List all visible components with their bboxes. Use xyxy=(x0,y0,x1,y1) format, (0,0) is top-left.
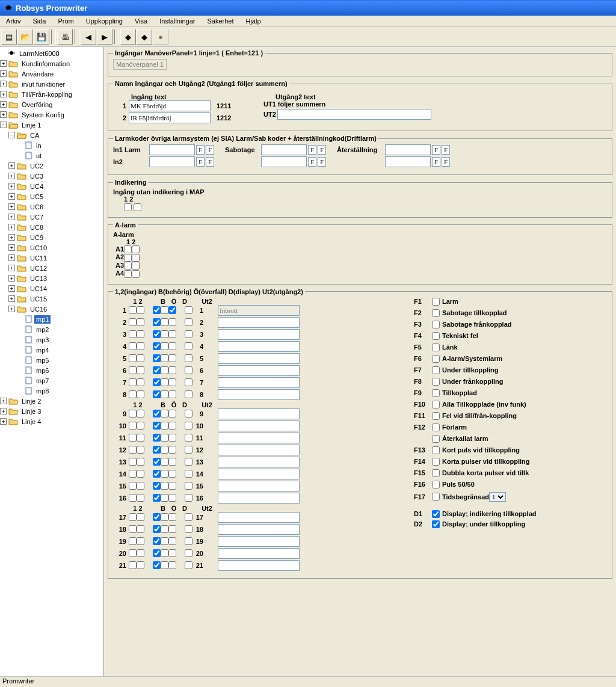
r8-2-checkbox[interactable] xyxy=(137,390,144,398)
r14-d-checkbox[interactable] xyxy=(168,470,176,478)
flag-cell[interactable]: F xyxy=(442,157,450,167)
r11-2-checkbox[interactable] xyxy=(137,434,144,442)
r12-ut2-checkbox[interactable] xyxy=(185,446,192,454)
menu-säkerhet[interactable]: Säkerhet xyxy=(201,16,239,26)
menu-visa[interactable]: Visa xyxy=(129,16,153,26)
r12-b-checkbox[interactable] xyxy=(153,446,161,454)
tree-expander[interactable]: + xyxy=(8,265,15,271)
tree-expander[interactable]: + xyxy=(8,234,15,241)
F16-checkbox[interactable] xyxy=(432,481,440,488)
r9-text-input[interactable] xyxy=(218,408,300,419)
r4-d-checkbox[interactable] xyxy=(168,342,176,350)
time-select[interactable]: 1 xyxy=(489,492,506,502)
tree-item-uc11[interactable]: +UC11 xyxy=(0,253,103,263)
r5-ut2-checkbox[interactable] xyxy=(185,354,192,362)
r3-2-checkbox[interactable] xyxy=(137,330,144,338)
F13-checkbox[interactable] xyxy=(432,446,440,454)
r18-1-checkbox[interactable] xyxy=(129,525,137,533)
r6-2-checkbox[interactable] xyxy=(137,366,144,374)
tree-item-uc2[interactable]: +UC2 xyxy=(0,161,103,171)
tree-item-mp8[interactable]: mp8 xyxy=(0,386,103,396)
F2-checkbox[interactable] xyxy=(432,309,440,317)
r13-ut2-checkbox[interactable] xyxy=(185,458,192,466)
r9-o-checkbox[interactable] xyxy=(161,410,168,417)
tree-expander[interactable]: + xyxy=(0,111,7,118)
r8-b-checkbox[interactable] xyxy=(153,390,161,398)
r20-b-checkbox[interactable] xyxy=(153,549,161,557)
r14-2-checkbox[interactable] xyxy=(137,470,144,478)
tree-item-linje-1[interactable]: -Linje 1 xyxy=(0,120,103,130)
menu-inställningar[interactable]: Inställningar xyxy=(153,16,201,26)
r15-1-checkbox[interactable] xyxy=(129,482,137,490)
F4-checkbox[interactable] xyxy=(432,332,440,340)
save-button[interactable]: 💾 xyxy=(34,29,49,45)
next-button[interactable]: ▶ xyxy=(97,29,112,45)
r10-1-checkbox[interactable] xyxy=(129,422,137,430)
r12-d-checkbox[interactable] xyxy=(168,446,176,454)
r1-2-checkbox[interactable] xyxy=(137,306,144,314)
r18-d-checkbox[interactable] xyxy=(168,525,176,533)
r14-1-checkbox[interactable] xyxy=(129,470,137,478)
r17-o-checkbox[interactable] xyxy=(161,513,168,521)
tree-item-in-ut-funktioner[interactable]: +in/ut funktioner xyxy=(0,79,103,89)
F15-checkbox[interactable] xyxy=(432,469,440,477)
tree-item-uc5[interactable]: +UC5 xyxy=(0,191,103,202)
r6-text-input[interactable] xyxy=(218,365,300,376)
r14-ut2-checkbox[interactable] xyxy=(185,470,192,478)
tree-item-mp4[interactable]: mp4 xyxy=(0,345,103,355)
r6-o-checkbox[interactable] xyxy=(161,366,168,374)
r4-1-checkbox[interactable] xyxy=(129,342,137,350)
r16-text-input[interactable] xyxy=(218,493,300,504)
r10-text-input[interactable] xyxy=(218,421,300,431)
open-button[interactable]: 📂 xyxy=(17,29,33,45)
r16-1-checkbox[interactable] xyxy=(129,494,137,502)
tree-item-uc3[interactable]: +UC3 xyxy=(0,171,103,181)
reset2-input[interactable] xyxy=(385,156,431,167)
sabotage-input[interactable] xyxy=(261,144,307,155)
sabotage2-input[interactable] xyxy=(261,156,307,167)
tree-item-uc7[interactable]: +UC7 xyxy=(0,212,103,222)
tree-expander[interactable]: + xyxy=(8,162,15,169)
r20-o-checkbox[interactable] xyxy=(161,549,168,557)
tree-expander[interactable]: + xyxy=(8,244,15,251)
a1-2-checkbox[interactable] xyxy=(132,245,140,253)
a2-2-checkbox[interactable] xyxy=(132,254,140,262)
F12-checkbox[interactable] xyxy=(432,424,440,431)
r4-o-checkbox[interactable] xyxy=(161,342,168,350)
tree-item-ca-in[interactable]: in xyxy=(0,140,103,150)
r17-b-checkbox[interactable] xyxy=(153,513,161,521)
tree-item-mp5[interactable]: mp5 xyxy=(0,355,103,365)
in1-larm-input[interactable] xyxy=(149,144,195,155)
r20-1-checkbox[interactable] xyxy=(129,549,137,557)
r18-o-checkbox[interactable] xyxy=(161,525,168,533)
r16-2-checkbox[interactable] xyxy=(137,494,144,502)
r3-text-input[interactable] xyxy=(218,329,300,340)
tree-item-till-fr-n-koppling[interactable]: +Till/Från-koppling xyxy=(0,89,103,99)
tree-expander[interactable]: + xyxy=(0,91,7,97)
tree-item-uc6[interactable]: +UC6 xyxy=(0,202,103,212)
r5-2-checkbox[interactable] xyxy=(137,354,144,362)
r19-ut2-checkbox[interactable] xyxy=(185,537,192,545)
r19-b-checkbox[interactable] xyxy=(153,537,161,545)
r21-1-checkbox[interactable] xyxy=(129,561,137,569)
r1-1-checkbox[interactable] xyxy=(129,306,137,314)
r13-2-checkbox[interactable] xyxy=(137,458,144,466)
reset-input[interactable] xyxy=(385,144,431,155)
r9-d-checkbox[interactable] xyxy=(168,410,176,417)
F14-checkbox[interactable] xyxy=(432,458,440,466)
r7-1-checkbox[interactable] xyxy=(129,378,137,386)
r9-2-checkbox[interactable] xyxy=(137,410,144,417)
tree-view[interactable]: LarmNet6000+Kundinformation+Användare+in… xyxy=(0,47,104,676)
r19-2-checkbox[interactable] xyxy=(137,537,144,545)
tree-item-kundinformation[interactable]: +Kundinformation xyxy=(0,58,103,69)
a2-1-checkbox[interactable] xyxy=(124,254,132,262)
r1-b-checkbox[interactable] xyxy=(153,306,161,314)
in1-text-input[interactable] xyxy=(129,100,211,111)
tree-expander[interactable]: + xyxy=(8,173,15,179)
tree-item-mp3[interactable]: mp3 xyxy=(0,334,103,345)
ind-2-checkbox[interactable] xyxy=(134,203,141,211)
r17-text-input[interactable] xyxy=(218,512,300,523)
flag-cell[interactable]: F xyxy=(206,145,214,155)
tree-item-uc13[interactable]: +UC13 xyxy=(0,273,103,283)
r10-2-checkbox[interactable] xyxy=(137,422,144,430)
